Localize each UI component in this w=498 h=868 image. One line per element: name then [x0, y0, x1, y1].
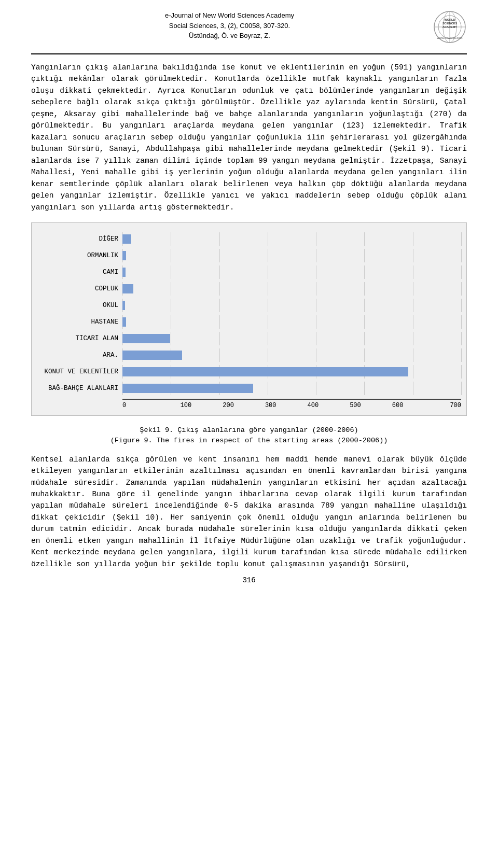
chart-bar-row: BAĞ-BAHÇE ALANLARI [37, 382, 461, 395]
header-line2: Social Sciences, 3, (2), C0058, 307-320. [169, 22, 290, 30]
caption-line1: Şekil 9. Çıkış alanlarına göre yangınlar… [31, 425, 467, 436]
svg-text:www.newwsa.com: www.newwsa.com [436, 36, 462, 39]
chart-bar-row: CAMI [37, 265, 461, 279]
bar-label: BAĞ-BAHÇE ALANLARI [37, 384, 122, 394]
bar-area [122, 265, 461, 279]
header-divider [31, 53, 467, 54]
bar-fill [122, 317, 126, 327]
header-line1: e-Journal of New World Sciences Academy [165, 11, 294, 19]
chart-bar-row: COPLUK [37, 282, 461, 296]
bar-fill [122, 268, 126, 277]
bar-label: CAMI [37, 268, 122, 277]
bar-fill [122, 251, 126, 260]
xaxis-label: 100 [165, 401, 208, 410]
bar-label: HASTANE [37, 317, 122, 327]
bar-area [122, 232, 461, 246]
chart-caption: Şekil 9. Çıkış alanlarına göre yangınlar… [31, 425, 467, 446]
bar-fill [122, 384, 253, 393]
page-number: 316 [31, 575, 467, 586]
header-text: e-Journal of New World Sciences Academy … [165, 10, 294, 41]
xaxis-label: 300 [250, 401, 292, 410]
bar-label: COPLUK [37, 284, 122, 294]
journal-logo: www.newwsa.com WORLD SCIENCES ACADEMY [433, 10, 467, 44]
bar-fill [122, 334, 170, 343]
xaxis-label: 500 [334, 401, 377, 410]
main-paragraph: Yangınların çıkış alanlarına bakıldığınd… [31, 62, 467, 213]
bar-area [122, 315, 461, 329]
xaxis-label: 600 [377, 401, 419, 410]
bar-label: OKUL [37, 301, 122, 311]
bar-fill [122, 351, 182, 360]
bar-area [122, 249, 461, 262]
xaxis-label: 700 [419, 401, 461, 410]
chart-bar-row: OKUL [37, 299, 461, 312]
bar-chart: DİĞERORMANLIKCAMICOPLUKOKULHASTANETİCARİ… [31, 222, 467, 416]
bar-area [122, 348, 461, 362]
bar-label: ORMANLIK [37, 251, 122, 261]
svg-text:WORLD: WORLD [445, 18, 455, 21]
bar-area [122, 332, 461, 345]
bar-area [122, 382, 461, 395]
bar-label: KONUT VE EKLENTİLER [37, 367, 122, 377]
bar-label: ARA. [37, 351, 122, 360]
bar-area [122, 282, 461, 296]
page-header: e-Journal of New World Sciences Academy … [31, 10, 467, 44]
xaxis-label: 200 [207, 401, 250, 410]
svg-text:SCIENCES: SCIENCES [442, 22, 457, 25]
chart-bar-row: DİĞER [37, 232, 461, 246]
svg-text:ACADEMY: ACADEMY [442, 25, 457, 29]
header-line3: Üstündağ, Ö. ve Boyraz, Z. [189, 32, 270, 39]
chart-bar-row: ARA. [37, 348, 461, 362]
xaxis-label: 0 [122, 401, 165, 410]
chart-bar-row: ORMANLIK [37, 249, 461, 262]
chart-bar-row: TİCARİ ALAN [37, 332, 461, 345]
caption-line2: (Figure 9. The fires in respect of the s… [31, 436, 467, 446]
bar-fill [122, 367, 408, 376]
bar-area [122, 299, 461, 312]
xaxis-label: 400 [292, 401, 335, 410]
second-paragraph: Kentsel alanlarda sıkça görülen ve kent … [31, 454, 467, 570]
bar-label: DİĞER [37, 234, 122, 244]
bar-label: TİCARİ ALAN [37, 334, 122, 344]
chart-xaxis: 0100200300400500600700 [122, 400, 461, 410]
bar-fill [122, 284, 133, 293]
bar-fill [122, 234, 131, 244]
chart-bar-row: HASTANE [37, 315, 461, 329]
chart-bars: DİĞERORMANLIKCAMICOPLUKOKULHASTANETİCARİ… [37, 231, 461, 397]
bar-area [122, 365, 461, 379]
chart-bar-row: KONUT VE EKLENTİLER [37, 365, 461, 379]
bar-fill [122, 301, 125, 310]
